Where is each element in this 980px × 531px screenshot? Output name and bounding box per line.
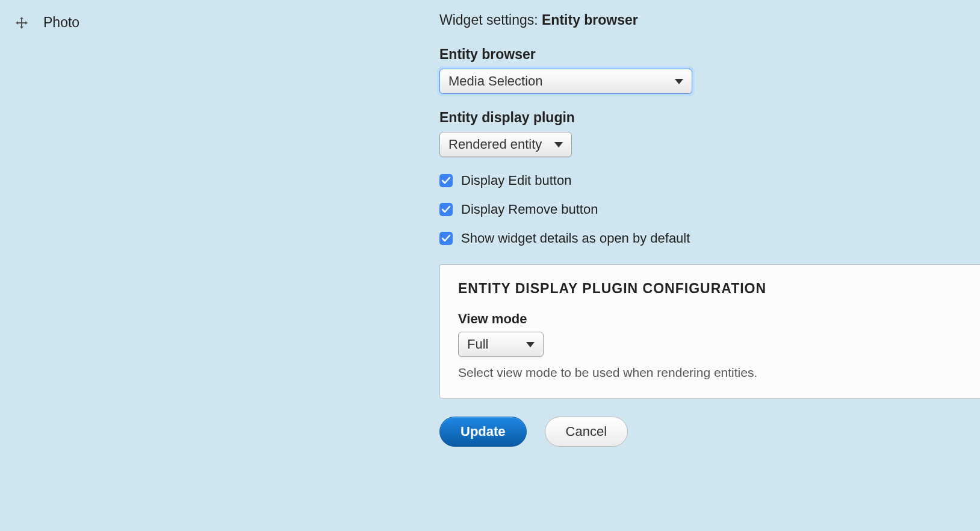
show-open-label: Show widget details as open by default	[461, 231, 690, 246]
widget-settings-bold: Entity browser	[542, 12, 638, 28]
view-mode-selected: Full	[467, 337, 488, 352]
entity-browser-label: Entity browser	[439, 46, 980, 63]
widget-settings-prefix: Widget settings:	[439, 12, 542, 28]
view-mode-description: Select view mode to be used when renderi…	[458, 365, 962, 380]
entity-display-plugin-select[interactable]: Rendered entity	[439, 132, 572, 157]
chevron-down-icon	[554, 142, 563, 148]
show-open-checkbox[interactable]	[439, 232, 453, 245]
widget-settings-title: Widget settings: Entity browser	[439, 12, 980, 28]
display-edit-label: Display Edit button	[461, 173, 571, 188]
svg-rect-1	[17, 22, 26, 23]
entity-browser-select[interactable]: Media Selection	[439, 69, 692, 94]
entity-display-plugin-label: Entity display plugin	[439, 110, 980, 126]
display-remove-label: Display Remove button	[461, 202, 598, 217]
cancel-button[interactable]: Cancel	[545, 417, 628, 447]
drag-handle-icon[interactable]	[14, 16, 29, 30]
view-mode-select[interactable]: Full	[458, 332, 544, 357]
chevron-down-icon	[526, 342, 535, 347]
view-mode-label: View mode	[458, 311, 962, 327]
entity-browser-selected: Media Selection	[448, 73, 543, 89]
update-button[interactable]: Update	[439, 417, 527, 447]
entity-display-plugin-selected: Rendered entity	[448, 137, 542, 152]
plugin-config-legend: Entity display plugin configuration	[458, 281, 962, 297]
plugin-config-fieldset: Entity display plugin configuration View…	[439, 264, 980, 399]
display-edit-checkbox[interactable]	[439, 174, 453, 187]
display-remove-checkbox[interactable]	[439, 203, 453, 216]
chevron-down-icon	[675, 79, 683, 84]
field-name: Photo	[43, 14, 79, 31]
